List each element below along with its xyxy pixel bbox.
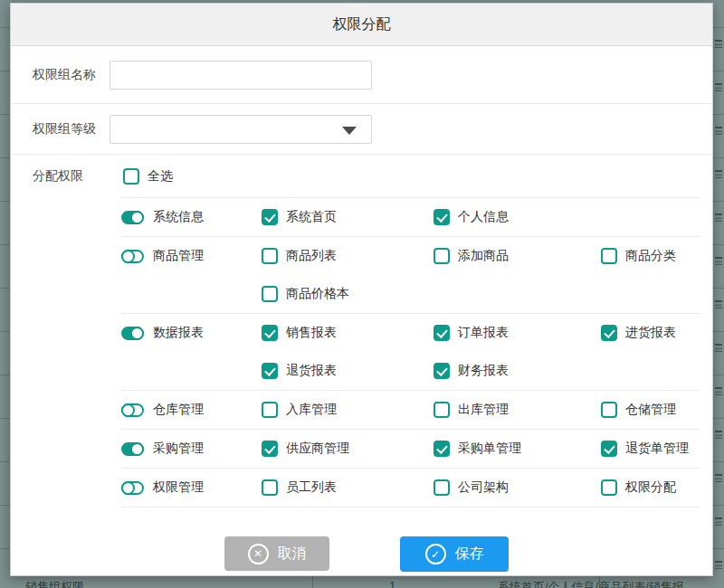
toggle-knob [121, 250, 135, 263]
toggle-knob [130, 442, 144, 456]
permission-checkbox-item[interactable]: 商品分类 [601, 247, 700, 265]
permission-checkbox-item[interactable]: 销售报表 [262, 324, 433, 342]
permission-item-label: 退货报表 [286, 363, 337, 379]
checkbox-checked[interactable] [262, 441, 278, 457]
permission-item-label: 公司架构 [458, 479, 509, 496]
toggle-off[interactable] [121, 250, 144, 263]
dialog-title: 权限分配 [11, 4, 712, 46]
backdrop-clipped-glyph [715, 561, 722, 569]
checkbox-unchecked[interactable] [262, 248, 278, 264]
permission-items-grid: 销售报表订单报表进货报表退货报表财务报表 [262, 324, 700, 380]
select-all-label: 全选 [148, 168, 173, 185]
permission-checkbox-item[interactable]: 进货报表 [601, 324, 700, 342]
assign-permissions-label: 分配权限 [33, 168, 123, 185]
permission-checkbox-item[interactable]: 权限分配 [601, 479, 700, 497]
toggle-on[interactable] [121, 327, 144, 340]
group-toggle-cell: 数据报表 [121, 324, 262, 342]
group-level-label: 权限组等级 [33, 121, 110, 138]
permission-checkbox-item[interactable]: 入库管理 [262, 401, 433, 419]
permission-items-grid: 员工列表公司架构权限分配 [262, 479, 700, 497]
group-toggle-cell: 商品管理 [121, 247, 262, 265]
toggle-knob [130, 327, 144, 340]
backdrop-clipped-glyph [715, 474, 722, 482]
checkbox-unchecked[interactable] [262, 479, 278, 496]
group-name-label: 采购管理 [153, 441, 204, 457]
permission-checkbox-item[interactable]: 采购单管理 [433, 440, 601, 458]
toggle-off[interactable] [121, 403, 144, 417]
permission-item-label: 商品分类 [625, 248, 676, 264]
backdrop-clipped-glyph [715, 170, 722, 178]
checkbox-unchecked[interactable] [601, 248, 617, 264]
permission-checkbox-item[interactable]: 添加商品 [433, 247, 601, 265]
checkbox-checked[interactable] [433, 363, 450, 379]
group-name-input[interactable] [110, 61, 372, 90]
checkbox-checked[interactable] [433, 209, 450, 225]
toggle-on[interactable] [121, 211, 144, 224]
permission-group-row: 系统信息系统首页个人信息 [121, 198, 700, 237]
permission-checkbox-item[interactable]: 系统首页 [262, 208, 433, 226]
permission-item-label: 销售报表 [286, 325, 337, 341]
toggle-on[interactable] [121, 442, 144, 456]
backdrop-clipped-glyph [715, 431, 722, 439]
permission-item-label: 系统首页 [286, 209, 337, 225]
permission-checkbox-item[interactable]: 订单报表 [433, 324, 601, 342]
group-name-label: 权限管理 [153, 479, 204, 496]
permission-item-label: 财务报表 [458, 363, 509, 379]
permission-checkbox-item[interactable]: 商品价格本 [262, 285, 433, 303]
backdrop-clipped-glyph [715, 387, 722, 395]
backdrop-clipped-glyph [715, 83, 722, 91]
backdrop-clipped-glyph [715, 257, 722, 265]
checkbox-unchecked[interactable] [262, 402, 278, 418]
checkbox-unchecked[interactable] [601, 479, 617, 496]
permission-items-grid: 入库管理出库管理仓储管理 [262, 401, 700, 419]
checkbox-checked[interactable] [262, 363, 278, 379]
save-button-label: 保存 [455, 545, 484, 564]
permission-checkbox-item[interactable]: 出库管理 [433, 401, 601, 419]
select-all-checkbox[interactable] [123, 168, 139, 185]
group-level-select[interactable] [110, 115, 372, 144]
permission-checkbox-item[interactable]: 财务报表 [433, 362, 601, 380]
toggle-off[interactable] [121, 481, 144, 495]
group-name-label: 系统信息 [153, 209, 204, 225]
backdrop-row-permissions: 系统首页/个人信息/商品列表/销售报 [498, 579, 719, 588]
checkbox-unchecked[interactable] [601, 402, 617, 418]
permission-checkbox-item[interactable]: 员工列表 [262, 479, 433, 497]
save-button[interactable]: ✓ 保存 [400, 536, 509, 572]
checkbox-checked[interactable] [601, 441, 617, 457]
assign-permissions-section: 分配权限 全选 系统信息系统首页个人信息商品管理商品列表添加商品商品分类商品价格… [11, 155, 712, 507]
permission-checkbox-item[interactable]: 退货单管理 [601, 440, 700, 458]
permission-checkbox-item[interactable]: 个人信息 [433, 208, 601, 226]
checkbox-unchecked[interactable] [433, 479, 450, 496]
backdrop-row-name: 销售组权限 [25, 579, 84, 588]
permission-item-label: 商品列表 [286, 248, 337, 264]
permission-item-label: 订单报表 [458, 325, 509, 341]
checkbox-unchecked[interactable] [433, 402, 450, 418]
permission-checkbox-item[interactable]: 仓储管理 [601, 401, 700, 419]
checkbox-checked[interactable] [433, 441, 450, 457]
checkbox-unchecked[interactable] [262, 286, 278, 302]
group-toggle-cell: 采购管理 [121, 440, 262, 458]
permission-item-label: 添加商品 [458, 248, 509, 264]
permission-item-label: 供应商管理 [286, 441, 349, 457]
checkbox-unchecked[interactable] [433, 248, 450, 264]
permission-item-label: 出库管理 [458, 402, 509, 418]
permission-group-row: 权限管理员工列表公司架构权限分配 [121, 469, 700, 507]
group-level-row: 权限组等级 [11, 104, 712, 155]
permission-checkbox-item[interactable]: 退货报表 [262, 362, 433, 380]
permission-group-row: 商品管理商品列表添加商品商品分类商品价格本 [121, 237, 700, 314]
permission-checkbox-item[interactable]: 商品列表 [262, 247, 433, 265]
checkbox-checked[interactable] [433, 325, 450, 341]
checkbox-checked[interactable] [262, 325, 278, 341]
permission-checkbox-item[interactable]: 供应商管理 [262, 440, 433, 458]
backdrop-row-level: 1 [389, 579, 395, 588]
permission-table: 系统信息系统首页个人信息商品管理商品列表添加商品商品分类商品价格本数据报表销售报… [121, 197, 700, 507]
permission-item-label: 进货报表 [625, 325, 676, 341]
checkbox-checked[interactable] [601, 325, 617, 341]
checkbox-checked[interactable] [262, 209, 278, 225]
permission-checkbox-item[interactable]: 公司架构 [433, 479, 601, 497]
permission-dialog: 权限分配 权限组名称 权限组等级 分配权限 全选 系统信息系统首页个人信息商品管… [10, 3, 713, 576]
permission-group-row: 仓库管理入库管理出库管理仓储管理 [121, 391, 700, 430]
cancel-button[interactable]: ✕ 取消 [224, 536, 329, 571]
group-toggle-cell: 系统信息 [121, 208, 262, 226]
select-all-item[interactable]: 全选 [123, 168, 173, 185]
